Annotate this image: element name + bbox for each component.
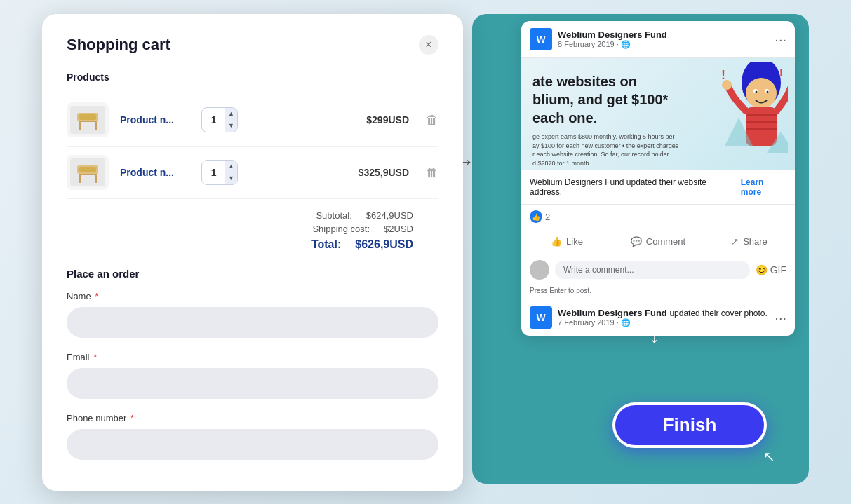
fb-comment-icon: 💬: [631, 236, 642, 247]
total-label: Total:: [311, 238, 341, 251]
svg-point-4: [756, 91, 758, 93]
name-input[interactable]: [67, 307, 438, 338]
product-name-2: Product n...: [120, 167, 190, 178]
finish-button[interactable]: Finish: [612, 402, 767, 448]
fb-user-avatar: [530, 260, 549, 280]
fb-like-label: Like: [566, 236, 583, 247]
product-image-1: [67, 102, 109, 137]
subtotal-row: Subtotal: $624,9USD: [67, 210, 413, 221]
phone-label: Phone number *: [67, 413, 438, 423]
svg-rect-9: [746, 128, 777, 130]
fb-logo: W: [530, 28, 552, 50]
email-label: Email *: [67, 352, 438, 362]
fb-comment-button[interactable]: 💬 Comment: [612, 232, 704, 251]
svg-rect-19: [95, 122, 97, 130]
finish-btn-container: Finish: [612, 402, 767, 448]
fb-character-illustration: ! !: [718, 62, 788, 167]
shipping-row: Shipping cost: $2USD: [67, 224, 413, 234]
phone-form-group: Phone number *: [67, 413, 438, 460]
fb-like-button[interactable]: 👍 Like: [521, 232, 612, 251]
products-section-label: Products: [67, 71, 438, 83]
table-row: Product n... 1 ▲ ▼ $325,9USD 🗑: [67, 147, 438, 199]
svg-point-1: [746, 78, 777, 109]
close-button[interactable]: ×: [419, 35, 438, 55]
fb-second-post-info: Weblium Designers Fund updated their cov…: [558, 308, 768, 327]
fb-update-bar: Weblium Designers Fund updated their web…: [521, 170, 795, 205]
totals-section: Subtotal: $624,9USD Shipping cost: $2USD…: [67, 210, 438, 251]
product-name-1: Product n...: [120, 114, 190, 125]
qty-btn-group-1: ▲ ▼: [225, 108, 237, 132]
fb-comment-input-box[interactable]: Write a comment...: [555, 261, 750, 279]
svg-text:!: !: [779, 67, 783, 78]
qty-up-1[interactable]: ▲: [225, 108, 237, 120]
fb-reaction-count: 2: [545, 212, 550, 222]
fb-more-options-icon[interactable]: ···: [775, 32, 786, 48]
svg-point-5: [767, 91, 769, 93]
svg-rect-27: [79, 167, 96, 172]
fb-org-details: Weblium Designers Fund 8 February 2019 ·…: [558, 29, 667, 49]
svg-text:!: !: [721, 68, 725, 82]
fb-learn-more-link[interactable]: Learn more: [741, 177, 786, 197]
fb-like-icon: 👍: [530, 210, 542, 223]
subtotal-value: $624,9USD: [366, 210, 413, 221]
qty-value-2: 1: [202, 167, 225, 178]
svg-rect-24: [79, 175, 81, 183]
fb-share-button[interactable]: ↗ Share: [704, 232, 795, 251]
fb-org-name: Weblium Designers Fund: [558, 29, 667, 40]
fb-ad-small-text: ge expert earns $800 monthly, working 5 …: [532, 132, 678, 168]
fb-comment-label: Comment: [646, 236, 685, 247]
name-required: *: [95, 291, 98, 301]
qty-value-1: 1: [202, 114, 225, 125]
emoji-icon[interactable]: 😊: [756, 264, 768, 275]
svg-rect-25: [95, 175, 97, 183]
shipping-value: $2USD: [384, 224, 413, 234]
fb-ad-image: ate websites on blium, and get $100* eac…: [521, 58, 795, 170]
fb-share-label: Share: [743, 236, 768, 247]
place-order-section: Place an order Name * Email * Phone numb…: [67, 268, 438, 460]
svg-rect-7: [746, 114, 777, 116]
fb-ad-title-line1: ate websites on blium, and get $100* eac…: [532, 72, 678, 127]
fb-comment-area: Write a comment... 😊 GIF: [521, 254, 795, 285]
fb-post-org-info: W Weblium Designers Fund 8 February 2019…: [530, 28, 667, 50]
fb-second-post-logo: W: [530, 306, 552, 329]
qty-spinner-2[interactable]: 1 ▲ ▼: [201, 160, 238, 185]
delete-product-1-icon[interactable]: 🗑: [426, 113, 438, 128]
fb-second-post-header: W Weblium Designers Fund updated their c…: [521, 299, 795, 336]
fb-second-post-more-icon[interactable]: ···: [775, 310, 786, 326]
facebook-panel: W Weblium Designers Fund 8 February 2019…: [521, 21, 795, 336]
email-form-group: Email *: [67, 352, 438, 399]
email-input[interactable]: [67, 368, 438, 399]
email-required: *: [93, 352, 97, 362]
subtotal-label: Subtotal:: [316, 210, 351, 221]
fb-action-buttons: 👍 Like 💬 Comment ↗ Share: [521, 229, 795, 254]
table-row: Product n... 1 ▲ ▼ $299USD 🗑: [67, 94, 438, 147]
fb-second-post-date: 7 February 2019 · 🌐: [558, 318, 768, 327]
qty-btn-group-2: ▲ ▼: [225, 161, 237, 184]
fb-reactions: 👍 2: [521, 205, 795, 229]
qty-down-1[interactable]: ▼: [225, 120, 237, 132]
svg-rect-6: [746, 107, 777, 146]
phone-input[interactable]: [67, 429, 438, 460]
total-row: Total: $626,9USD: [67, 238, 413, 251]
gif-icon[interactable]: GIF: [770, 264, 786, 275]
svg-rect-8: [746, 121, 777, 123]
name-form-group: Name *: [67, 291, 438, 338]
qty-down-2[interactable]: ▼: [225, 172, 237, 184]
total-value: $626,9USD: [355, 238, 413, 251]
fb-ad-text: ate websites on blium, and get $100* eac…: [532, 72, 678, 168]
delete-product-2-icon[interactable]: 🗑: [426, 165, 438, 180]
fb-update-text: Weblium Designers Fund updated their web…: [530, 177, 741, 197]
place-order-title: Place an order: [67, 268, 438, 280]
fb-press-enter-hint: Press Enter to post.: [521, 285, 795, 299]
fb-comment-emoji-icons: 😊 GIF: [756, 264, 786, 275]
cursor-icon: ↖: [763, 448, 775, 465]
product-price-1: $299USD: [366, 114, 409, 125]
shipping-label: Shipping cost:: [312, 224, 370, 234]
shopping-cart-modal: Shopping cart × Products Product n... 1 …: [42, 14, 463, 491]
name-label: Name *: [67, 291, 438, 301]
product-image-2: [67, 155, 109, 190]
qty-up-2[interactable]: ▲: [225, 161, 237, 172]
qty-spinner-1[interactable]: 1 ▲ ▼: [201, 107, 238, 132]
fb-second-post-org: W Weblium Designers Fund updated their c…: [530, 306, 768, 329]
fb-post-date: 8 February 2019 · 🌐: [558, 40, 667, 49]
